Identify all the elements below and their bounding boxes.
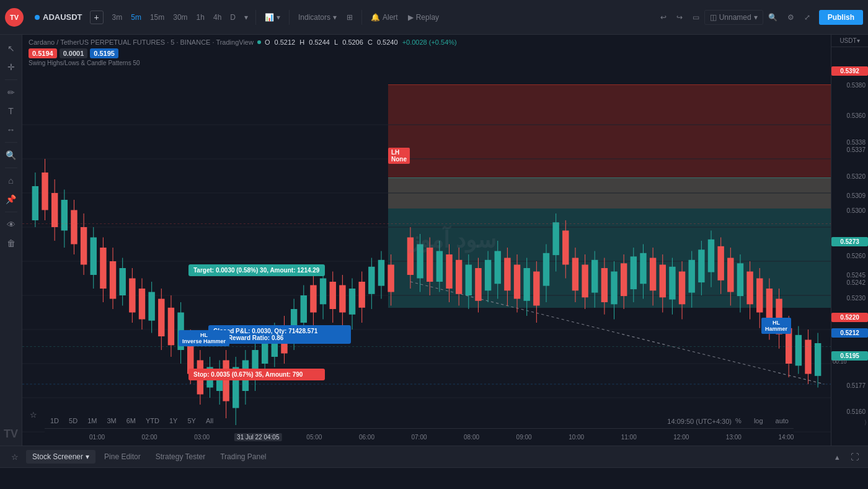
layout-mode-button[interactable]: ▭ bbox=[688, 11, 704, 24]
zoom-tool[interactable]: 🔍 bbox=[2, 146, 20, 164]
fullscreen-panel-button[interactable]: ⛶ bbox=[847, 449, 862, 464]
crosshair-tool[interactable]: ✛ bbox=[2, 58, 20, 76]
indicators-button[interactable]: Indicators ▾ bbox=[293, 11, 342, 24]
target-text: Target: 0.0030 (0.58%) 30, Amount: 1214.… bbox=[193, 267, 319, 274]
symbol-selector[interactable]: ADAUSDT bbox=[30, 10, 87, 24]
app-logo: TV bbox=[5, 8, 24, 27]
open-value: 0.5212 bbox=[275, 38, 296, 46]
tab-stock-screener[interactable]: Stock Screener ▾ bbox=[26, 450, 95, 464]
currency-label: USDT▾ bbox=[831, 35, 868, 47]
main-chart[interactable]: Cardano / TetherUS PERPETUAL FUTURES · 5… bbox=[22, 35, 831, 446]
period-3m[interactable]: 3M bbox=[104, 416, 119, 426]
time-04: 31 Jul 22 04:05 bbox=[234, 433, 281, 441]
price-label-5260: 0.5260 bbox=[831, 252, 868, 260]
svg-rect-138 bbox=[650, 258, 656, 291]
tab-pine-editor[interactable]: Pine Editor bbox=[98, 450, 147, 464]
svg-rect-18 bbox=[61, 200, 68, 231]
time-01: 01:00 bbox=[89, 434, 105, 441]
redo-button[interactable]: ↪ bbox=[671, 11, 688, 24]
svg-rect-84 bbox=[378, 260, 384, 286]
close-label: C bbox=[368, 38, 373, 46]
watchlist-star-area: ☆ bbox=[25, 406, 42, 423]
tf-5m[interactable]: 5m bbox=[127, 11, 145, 24]
symbol-status-dot bbox=[35, 15, 40, 20]
scale-percent[interactable]: % bbox=[732, 416, 745, 426]
price-label-5212: 0.5212 bbox=[831, 328, 868, 338]
alert-button[interactable]: 🔔 Alert bbox=[366, 11, 403, 24]
price-label-5273: 0.5273 bbox=[831, 237, 868, 246]
price-label-5230: 0.5230 bbox=[831, 294, 868, 302]
tab-trading-panel[interactable]: Trading Panel bbox=[214, 450, 272, 464]
cursor-tool[interactable]: ↖ bbox=[2, 40, 20, 57]
settings-button[interactable]: ⚙ bbox=[782, 11, 799, 24]
price-label-countdown: 00:10 bbox=[833, 359, 847, 365]
period-ytd[interactable]: YTD bbox=[143, 416, 162, 426]
time-05: 05:00 bbox=[306, 434, 322, 441]
price-label-5300: 0.5300 bbox=[831, 207, 868, 215]
chart-type-button[interactable]: 📊 ▾ bbox=[260, 11, 285, 24]
search-button[interactable]: 🔍 bbox=[763, 11, 782, 24]
eye-tool[interactable]: 👁 bbox=[2, 216, 20, 233]
bottom-empty-area bbox=[0, 467, 868, 489]
publish-button[interactable]: Publish bbox=[819, 10, 863, 25]
period-5d[interactable]: 5D bbox=[66, 416, 81, 426]
collapse-panel-button[interactable]: ▴ bbox=[830, 449, 844, 464]
time-14: 14:00 bbox=[778, 434, 794, 441]
svg-rect-20 bbox=[71, 210, 77, 244]
unnamed-layout-button[interactable]: ◫ Unnamed ▾ bbox=[704, 10, 763, 25]
period-6m[interactable]: 6M bbox=[123, 416, 139, 426]
time-axis: 01:00 02:00 03:00 31 Jul 22 04:05 05:00 … bbox=[45, 428, 794, 446]
svg-rect-36 bbox=[148, 292, 154, 321]
pencil-tool[interactable]: ✏ bbox=[2, 84, 20, 101]
period-1m[interactable]: 1M bbox=[84, 416, 100, 426]
price-labels-container: 0.5392 0.5380 0.5360 0.5338 0.5337 0.532… bbox=[831, 47, 868, 427]
add-symbol-button[interactable]: + bbox=[90, 11, 104, 24]
replay-icon: ▶ bbox=[408, 13, 414, 22]
pin-tool[interactable]: 📌 bbox=[2, 191, 20, 208]
time-06: 06:00 bbox=[359, 434, 374, 441]
ohlc-values: O 0.5212 H 0.5244 L 0.5206 C 0.5240 +0.0… bbox=[265, 38, 459, 46]
period-1d[interactable]: 1D bbox=[47, 416, 62, 426]
tf-3m[interactable]: 3m bbox=[108, 11, 126, 24]
axis-resize-handle[interactable]: ⟩ bbox=[864, 419, 867, 426]
time-09: 09:00 bbox=[516, 434, 532, 441]
tf-4h[interactable]: 4h bbox=[210, 11, 225, 24]
chart-type-dropdown-icon: ▾ bbox=[277, 13, 280, 22]
favorites-star[interactable]: ☆ bbox=[6, 448, 24, 465]
tf-d[interactable]: D bbox=[226, 11, 239, 24]
tf-dropdown[interactable]: ▾ bbox=[241, 11, 252, 24]
text-tool[interactable]: T bbox=[2, 102, 20, 120]
time-10: 10:00 bbox=[569, 434, 584, 441]
period-1y[interactable]: 1Y bbox=[166, 416, 180, 426]
tab-dropdown-icon: ▾ bbox=[86, 452, 89, 461]
toolbar-separator-4 bbox=[5, 212, 17, 212]
replay-button[interactable]: ▶ Replay bbox=[403, 11, 444, 24]
period-all[interactable]: All bbox=[203, 416, 216, 426]
undo-button[interactable]: ↩ bbox=[655, 11, 671, 24]
scale-auto[interactable]: auto bbox=[772, 416, 792, 426]
layout-button[interactable]: ⊞ bbox=[342, 11, 358, 24]
measure-tool[interactable]: ↔ bbox=[2, 121, 20, 138]
svg-rect-122 bbox=[572, 258, 578, 291]
period-5y[interactable]: 5Y bbox=[184, 416, 198, 426]
svg-rect-134 bbox=[631, 256, 637, 289]
tf-15m[interactable]: 15m bbox=[146, 11, 168, 24]
tf-1h[interactable]: 1h bbox=[193, 11, 208, 24]
time-08: 08:00 bbox=[464, 434, 479, 441]
trash-tool[interactable]: 🗑 bbox=[2, 235, 20, 252]
svg-rect-156 bbox=[737, 263, 743, 296]
svg-rect-144 bbox=[679, 272, 685, 305]
svg-rect-16 bbox=[51, 193, 58, 227]
home-tool[interactable]: ⌂ bbox=[2, 172, 20, 189]
hl-text1: HL bbox=[200, 332, 208, 338]
svg-rect-102 bbox=[475, 268, 481, 301]
scale-log[interactable]: log bbox=[750, 416, 767, 426]
high-label: H bbox=[299, 38, 304, 46]
tf-30m[interactable]: 30m bbox=[169, 11, 191, 24]
toolbar-separator-2 bbox=[5, 142, 17, 143]
svg-rect-128 bbox=[601, 268, 608, 302]
svg-rect-110 bbox=[514, 265, 520, 299]
tab-strategy-tester[interactable]: Strategy Tester bbox=[149, 450, 211, 464]
watchlist-star[interactable]: ☆ bbox=[25, 406, 42, 423]
fullscreen-button[interactable]: ⤢ bbox=[799, 11, 815, 24]
